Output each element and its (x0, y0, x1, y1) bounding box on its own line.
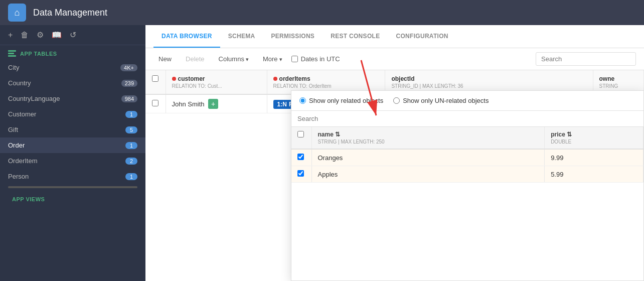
sidebar-item-countrylanguage-label: CountryLanguage (8, 95, 121, 102)
col-customer-name: customer (178, 75, 205, 82)
dates-utc-control: Dates in UTC (291, 55, 340, 63)
sidebar-item-orderitem-label: OrderItem (8, 157, 125, 165)
delete-button[interactable]: Delete (181, 53, 210, 65)
columns-button[interactable]: Columns (214, 53, 254, 65)
show-related-option[interactable]: Show only related objects (299, 97, 383, 104)
new-button[interactable]: New (153, 53, 177, 65)
sidebar-item-city[interactable]: City 4K+ (0, 60, 145, 75)
customer-link[interactable]: John Smith (172, 100, 205, 108)
delete-table-icon[interactable]: 🗑 (21, 31, 29, 40)
sidebar-item-gift[interactable]: Gift 5 (0, 122, 145, 137)
popup-col-price: price ⇅ DOUBLE (545, 127, 643, 149)
tab-permissions[interactable]: PERMISSIONS (263, 26, 323, 48)
show-related-label: Show only related objects (309, 97, 383, 104)
popup-search-input[interactable] (291, 111, 643, 127)
col-orderitems-sub: RELATION TO: OrderItem (273, 83, 379, 89)
app-title: Data Management (33, 8, 107, 18)
sidebar-item-customer-badge: 1 (125, 111, 137, 118)
top-header: ⌂ Data Management (0, 0, 644, 25)
sidebar-item-gift-label: Gift (8, 126, 125, 133)
search-input[interactable] (536, 52, 636, 66)
popup-data-table: name ⇅ STRING | MAX LENGTH: 250 price ⇅ … (291, 127, 643, 183)
popup-row2-name: Apples (311, 166, 545, 183)
relations-popup: Show only related objects Show only UN-r… (291, 90, 644, 281)
show-unrelated-label: Show only UN-related objects (403, 97, 489, 104)
popup-row2-checkbox (291, 166, 311, 183)
col-customer-sub: RELATION TO: Cust... (172, 83, 261, 89)
select-all-header (145, 70, 166, 94)
sidebar-item-countrylanguage-badge: 984 (121, 95, 137, 102)
customer-add-btn[interactable]: + (208, 99, 218, 109)
sidebar-item-customer[interactable]: Customer 1 (0, 106, 145, 122)
refresh-icon[interactable]: ↺ (70, 30, 76, 40)
relation-icon-2 (273, 77, 277, 81)
customer-cell: John Smith + (166, 94, 267, 113)
add-table-icon[interactable]: + (8, 31, 13, 40)
row-checkbox-cell (145, 94, 166, 113)
popup-col-name: name ⇅ STRING | MAX LENGTH: 250 (311, 127, 545, 149)
popup-col-name-sub: STRING | MAX LENGTH: 250 (318, 139, 539, 145)
show-unrelated-option[interactable]: Show only UN-related objects (393, 97, 489, 104)
sidebar-item-person-badge: 1 (125, 173, 137, 180)
sidebar-item-country[interactable]: Country 239 (0, 75, 145, 91)
col-objectid-sub: STRING_ID | MAX LENGTH: 36 (391, 83, 586, 89)
sidebar-scrollbar[interactable] (8, 186, 137, 188)
home-button[interactable]: ⌂ (8, 4, 26, 22)
relation-count: 1:N (277, 101, 287, 108)
sidebar-item-orderitem[interactable]: OrderItem 2 (0, 153, 145, 169)
content-area: DATA BROWSER SCHEMA PERMISSIONS REST CON… (145, 25, 644, 281)
popup-col-price-label: price ⇅ (551, 131, 572, 138)
tab-rest-console[interactable]: REST CONSOLE (323, 26, 388, 48)
docs-icon[interactable]: 📖 (52, 30, 62, 40)
main-layout: + 🗑 ⚙ 📖 ↺ APP TABLES City 4K+ Country 23… (0, 25, 644, 281)
popup-radio-bar: Show only related objects Show only UN-r… (291, 91, 643, 111)
row-checkbox[interactable] (152, 100, 158, 106)
sidebar-item-order[interactable]: Order 1 (0, 137, 145, 153)
app-tables-label: APP TABLES (20, 51, 57, 57)
tab-data-browser[interactable]: DATA BROWSER (153, 26, 220, 48)
sidebar-item-city-badge: 4K+ (120, 64, 137, 71)
sidebar-item-country-label: Country (8, 79, 121, 87)
table-icon (8, 50, 16, 57)
col-orderitems-name: orderItems (279, 75, 310, 82)
sidebar-item-order-badge: 1 (125, 142, 137, 149)
more-button[interactable]: More (258, 53, 287, 65)
col-customer: customer RELATION TO: Cust... (166, 70, 267, 94)
popup-row2-check[interactable] (297, 170, 304, 177)
popup-row1-price: 9.99 (545, 149, 643, 166)
app-views-label: APP VIEWS (12, 196, 45, 202)
sidebar: + 🗑 ⚙ 📖 ↺ APP TABLES City 4K+ Country 23… (0, 25, 145, 281)
sidebar-item-city-label: City (8, 64, 120, 71)
sidebar-item-country-badge: 239 (121, 80, 137, 87)
col-owner-sub: STRING (599, 83, 637, 89)
sidebar-item-order-label: Order (8, 142, 125, 149)
tabs-bar: DATA BROWSER SCHEMA PERMISSIONS REST CON… (145, 25, 644, 48)
popup-select-all[interactable] (297, 131, 304, 137)
sidebar-item-person-label: Person (8, 173, 125, 180)
popup-col-name-label: name ⇅ (318, 131, 341, 138)
show-related-radio[interactable] (299, 97, 306, 104)
select-all-checkbox[interactable] (152, 75, 158, 82)
tab-configuration[interactable]: CONFIGURATION (388, 26, 456, 48)
tab-schema[interactable]: SCHEMA (220, 26, 263, 48)
settings-icon[interactable]: ⚙ (37, 30, 44, 40)
popup-table-area: name ⇅ STRING | MAX LENGTH: 250 price ⇅ … (291, 127, 643, 280)
sidebar-item-customer-label: Customer (8, 110, 125, 118)
sidebar-item-countrylanguage[interactable]: CountryLanguage 984 (0, 91, 145, 106)
popup-row1-check[interactable] (297, 154, 304, 160)
sidebar-item-orderitem-badge: 2 (125, 158, 137, 165)
popup-row1-name: Oranges (311, 149, 545, 166)
popup-row2-price: 5.99 (545, 166, 643, 183)
show-unrelated-radio[interactable] (393, 97, 400, 104)
popup-col-price-sub: DOUBLE (551, 139, 637, 145)
popup-row-1: Oranges 9.99 (291, 149, 643, 166)
col-owner-name: owne (599, 75, 615, 82)
sidebar-toolbar: + 🗑 ⚙ 📖 ↺ (0, 25, 145, 45)
col-objectid-name: objectId (391, 75, 414, 82)
dates-utc-checkbox[interactable] (291, 56, 298, 62)
app-tables-section: APP TABLES (0, 45, 145, 60)
sidebar-item-gift-badge: 5 (125, 126, 137, 133)
popup-col-checkbox (291, 127, 311, 149)
sidebar-item-person[interactable]: Person 1 (0, 169, 145, 184)
app-views-section: APP VIEWS (0, 190, 145, 208)
